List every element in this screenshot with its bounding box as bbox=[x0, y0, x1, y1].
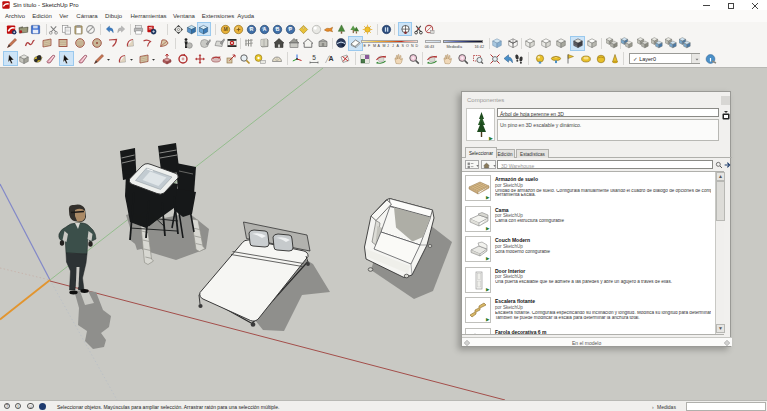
svg-text:A: A bbox=[329, 54, 334, 61]
svg-text:M: M bbox=[224, 26, 228, 32]
svg-text:A: A bbox=[263, 26, 267, 32]
svg-text:B: B bbox=[276, 26, 280, 32]
svg-text:5: 5 bbox=[312, 54, 316, 61]
svg-text:R: R bbox=[250, 26, 254, 32]
